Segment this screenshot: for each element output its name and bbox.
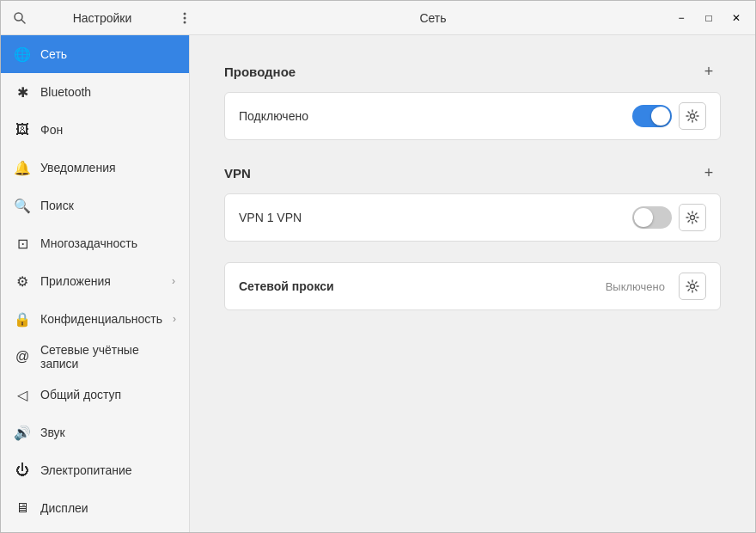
- svg-point-4: [184, 21, 186, 23]
- wired-section-header: Проводное +: [224, 59, 721, 83]
- wired-add-button[interactable]: +: [697, 59, 721, 83]
- close-button[interactable]: ✕: [724, 6, 748, 30]
- vpn-settings-button[interactable]: [679, 204, 706, 231]
- apps-arrow-icon: ›: [172, 275, 175, 287]
- sidebar: 🌐Сеть✱Bluetooth🖼Фон🔔Уведомления🔍Поиск⊡Мн…: [1, 35, 190, 532]
- svg-point-3: [184, 16, 186, 19]
- settings-title: Настройки: [37, 11, 168, 25]
- sidebar-item-network[interactable]: 🌐Сеть: [1, 35, 189, 73]
- sidebar-item-power[interactable]: ⏻Электропитание: [1, 451, 189, 489]
- vpn-card: VPN 1 VPN: [224, 193, 721, 242]
- apps-icon: ⚙: [15, 273, 30, 289]
- svg-point-6: [691, 216, 695, 220]
- proxy-section: Сетевой прокси Выключено: [224, 262, 721, 310]
- sidebar-item-notifications[interactable]: 🔔Уведомления: [1, 149, 189, 187]
- page-title: Сеть: [419, 11, 446, 25]
- sidebar-item-accounts[interactable]: @Сетевые учётные записи: [1, 338, 189, 376]
- sharing-label: Общий доступ: [40, 388, 175, 401]
- wallpaper-icon: 🖼: [15, 122, 30, 138]
- search-icon: [13, 11, 27, 25]
- settings-window: Настройки Сеть − □ ✕ 🌐Сеть✱Bluetooth🖼Фон…: [0, 0, 756, 533]
- minimize-button[interactable]: −: [669, 6, 693, 30]
- titlebar-center: Сеть: [197, 11, 669, 25]
- sidebar-item-apps[interactable]: ⚙Приложения›: [1, 262, 189, 300]
- wired-section: Проводное + Подключено: [224, 59, 721, 140]
- wired-card: Подключено: [224, 92, 721, 140]
- notifications-label: Уведомления: [40, 161, 175, 175]
- wired-settings-button[interactable]: [679, 102, 706, 130]
- vpn-section-header: VPN +: [224, 161, 721, 185]
- sidebar-item-search[interactable]: 🔍Поиск: [1, 187, 189, 224]
- proxy-label: Сетевой прокси: [239, 279, 606, 293]
- main-layout: 🌐Сеть✱Bluetooth🖼Фон🔔Уведомления🔍Поиск⊡Мн…: [1, 35, 755, 532]
- notifications-icon: 🔔: [15, 160, 30, 175]
- bluetooth-icon: ✱: [15, 84, 30, 100]
- wired-toggle[interactable]: [632, 105, 672, 127]
- proxy-status: Выключено: [606, 280, 665, 293]
- wired-connection-row: Подключено: [225, 93, 720, 139]
- gear-icon: [686, 109, 699, 123]
- vpn-section: VPN + VPN 1 VPN: [224, 161, 721, 242]
- vpn-toggle[interactable]: [632, 206, 672, 229]
- gear-icon: [686, 211, 699, 224]
- network-label: Сеть: [40, 47, 175, 61]
- sidebar-item-privacy[interactable]: 🔒Конфиденциальность›: [1, 300, 189, 338]
- window-controls: − □ ✕: [669, 6, 748, 30]
- sidebar-item-wallpaper[interactable]: 🖼Фон: [1, 111, 189, 149]
- vpn-connection-label: VPN 1 VPN: [239, 211, 632, 224]
- power-label: Электропитание: [40, 463, 175, 477]
- sidebar-item-bluetooth[interactable]: ✱Bluetooth: [1, 73, 189, 111]
- accounts-label: Сетевые учётные записи: [40, 343, 175, 371]
- multitasking-icon: ⊡: [15, 236, 30, 251]
- privacy-arrow-icon: ›: [173, 313, 176, 325]
- dots-icon: [178, 11, 192, 25]
- vpn-connection-row: VPN 1 VPN: [225, 194, 720, 241]
- sound-label: Звук: [40, 426, 175, 439]
- proxy-settings-button[interactable]: [679, 273, 706, 300]
- vpn-title: VPN: [224, 166, 251, 181]
- svg-line-1: [21, 20, 25, 23]
- wallpaper-label: Фон: [40, 123, 175, 137]
- multitasking-label: Многозадачность: [40, 236, 175, 250]
- proxy-card: Сетевой прокси Выключено: [224, 262, 721, 310]
- displays-icon: 🖥: [15, 500, 30, 516]
- titlebar: Настройки Сеть − □ ✕: [1, 1, 755, 35]
- sidebar-item-multitasking[interactable]: ⊡Многозадачность: [1, 224, 189, 262]
- accounts-icon: @: [15, 349, 30, 365]
- sharing-icon: ◁: [15, 387, 30, 402]
- displays-label: Дисплеи: [40, 501, 175, 515]
- vpn-add-button[interactable]: +: [697, 161, 721, 185]
- sound-icon: 🔊: [15, 425, 30, 440]
- svg-point-2: [184, 12, 186, 15]
- power-icon: ⏻: [15, 463, 30, 478]
- apps-label: Приложения: [40, 274, 162, 288]
- search-button[interactable]: [8, 6, 32, 30]
- wired-connection-label: Подключено: [239, 109, 632, 123]
- maximize-button[interactable]: □: [697, 6, 721, 30]
- privacy-label: Конфиденциальность: [40, 312, 162, 326]
- wired-title: Проводное: [224, 64, 296, 79]
- privacy-icon: 🔒: [15, 311, 30, 327]
- sidebar-item-displays[interactable]: 🖥Дисплеи: [1, 489, 189, 527]
- svg-point-7: [691, 285, 695, 289]
- sidebar-item-mouse[interactable]: 🖱Мышь и сенсорная панель: [1, 527, 189, 532]
- menu-button[interactable]: [173, 6, 197, 30]
- search-label: Поиск: [40, 199, 175, 212]
- content-area: Проводное + Подключено: [190, 35, 755, 532]
- gear-icon: [686, 279, 699, 293]
- bluetooth-label: Bluetooth: [40, 85, 175, 99]
- svg-point-5: [691, 114, 695, 119]
- sidebar-item-sharing[interactable]: ◁Общий доступ: [1, 376, 189, 414]
- search-icon: 🔍: [15, 198, 30, 213]
- proxy-row: Сетевой прокси Выключено: [225, 263, 720, 309]
- sidebar-item-sound[interactable]: 🔊Звук: [1, 414, 189, 451]
- titlebar-left: Настройки: [8, 6, 197, 30]
- network-icon: 🌐: [15, 46, 30, 62]
